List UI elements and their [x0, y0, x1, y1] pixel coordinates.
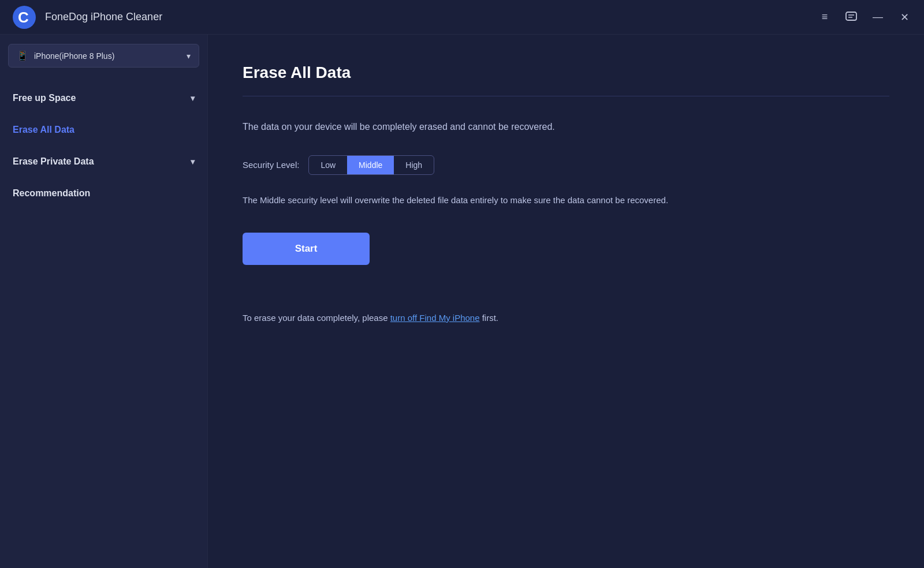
footer-note-suffix: first. — [480, 313, 499, 323]
security-options: Low Middle High — [308, 155, 434, 175]
device-selector[interactable]: 📱 iPhone(iPhone 8 Plus) ▾ — [8, 44, 199, 68]
sidebar-item-recommendation[interactable]: Recommendation — [0, 178, 207, 210]
sidebar: 📱 iPhone(iPhone 8 Plus) ▾ Free up Space … — [0, 35, 208, 568]
app-logo: C — [12, 5, 37, 30]
sidebar-item-erase-all-data[interactable]: Erase All Data — [0, 114, 207, 146]
app-title: FoneDog iPhone Cleaner — [45, 11, 162, 23]
content-area: Erase All Data The data on your device w… — [208, 35, 924, 568]
security-level-label: Security Level: — [243, 160, 299, 170]
sidebar-item-label: Free up Space — [13, 93, 76, 103]
sidebar-item-free-up-space[interactable]: Free up Space ▾ — [0, 83, 207, 114]
security-option-low[interactable]: Low — [309, 156, 347, 174]
security-description: The Middle security level will overwrite… — [243, 193, 889, 207]
menu-icon[interactable]: ≡ — [817, 9, 833, 25]
svg-text:C: C — [18, 9, 29, 26]
svg-rect-2 — [846, 12, 856, 20]
security-level-row: Security Level: Low Middle High — [243, 155, 889, 175]
chevron-icon: ▾ — [191, 94, 195, 103]
page-title: Erase All Data — [243, 63, 889, 82]
device-name: iPhone(iPhone 8 Plus) — [34, 51, 181, 61]
description-text: The data on your device will be complete… — [243, 119, 889, 134]
chat-icon[interactable] — [843, 9, 859, 25]
divider — [243, 96, 889, 96]
phone-icon: 📱 — [17, 50, 28, 61]
title-bar-left: C FoneDog iPhone Cleaner — [12, 5, 162, 30]
chevron-icon: ▾ — [191, 157, 195, 166]
sidebar-item-erase-private-data[interactable]: Erase Private Data ▾ — [0, 146, 207, 178]
main-layout: 📱 iPhone(iPhone 8 Plus) ▾ Free up Space … — [0, 35, 924, 568]
sidebar-item-label: Recommendation — [13, 188, 90, 199]
title-bar: C FoneDog iPhone Cleaner ≡ — ✕ — [0, 0, 924, 35]
security-option-high[interactable]: High — [394, 156, 434, 174]
title-bar-controls: ≡ — ✕ — [817, 9, 912, 25]
device-chevron-icon: ▾ — [187, 51, 191, 61]
sidebar-item-label: Erase Private Data — [13, 156, 94, 167]
sidebar-item-label: Erase All Data — [13, 125, 74, 135]
minimize-icon[interactable]: — — [870, 9, 886, 25]
close-icon[interactable]: ✕ — [896, 9, 912, 25]
footer-note-prefix: To erase your data completely, please — [243, 313, 390, 323]
sidebar-nav: Free up Space ▾ Erase All Data Erase Pri… — [0, 77, 207, 215]
start-button[interactable]: Start — [243, 233, 370, 265]
find-my-iphone-link[interactable]: turn off Find My iPhone — [390, 313, 480, 323]
footer-note: To erase your data completely, please tu… — [243, 311, 889, 325]
security-option-middle[interactable]: Middle — [347, 156, 394, 174]
